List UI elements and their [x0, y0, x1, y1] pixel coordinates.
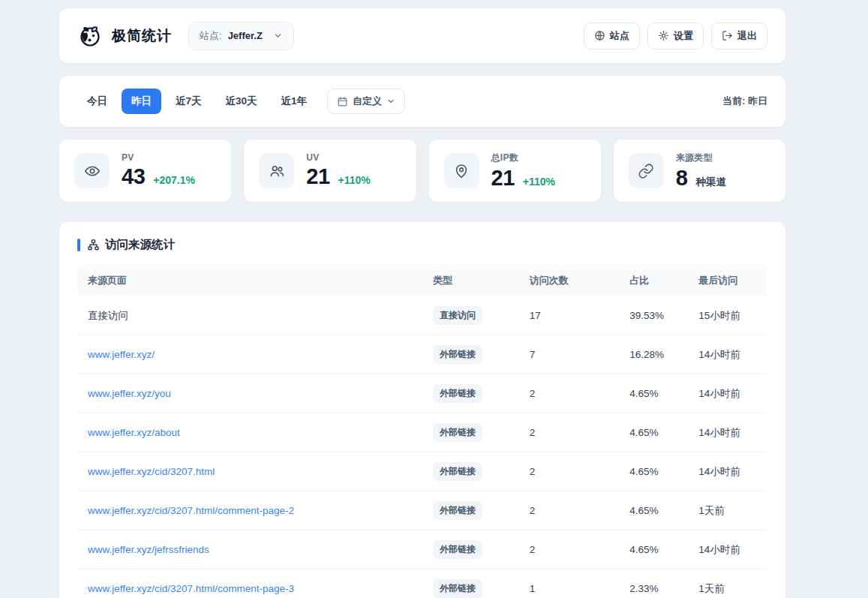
- page: 极简统计 站点: Jeffer.Z 站点 设置 退出 今日 昨日 近7天 近30: [59, 8, 786, 598]
- tab-last7days[interactable]: 近7天: [166, 89, 212, 114]
- dog-logo-icon: [77, 23, 103, 49]
- custom-range-label: 自定义: [353, 95, 382, 108]
- site-selector-value: Jeffer.Z: [228, 30, 263, 41]
- visit-sources-table: 来源页面 类型 访问次数 占比 最后访问 直接访问 直接访问 17 39.53%…: [77, 265, 767, 598]
- table-body: 直接访问 直接访问 17 39.53% 15小时前 www.jeffer.xyz…: [77, 296, 767, 598]
- col-header-share: 占比: [619, 265, 688, 296]
- last-visit-time: 14小时前: [688, 413, 767, 452]
- site-selector-label: 站点:: [200, 29, 222, 43]
- tab-last30days[interactable]: 近30天: [216, 89, 267, 114]
- last-visit-time: 14小时前: [688, 530, 767, 569]
- tab-last1year[interactable]: 近1年: [272, 89, 317, 114]
- source-page-link[interactable]: www.jeffer.xyz/cid/3207.html/comment-pag…: [88, 583, 294, 594]
- type-badge: 外部链接: [433, 579, 482, 598]
- share-percent: 16.28%: [619, 335, 688, 374]
- source-page-link[interactable]: www.jeffer.xyz/cid/3207.html: [88, 466, 215, 477]
- table-row: www.jeffer.xyz/about 外部链接 2 4.65% 14小时前: [77, 413, 767, 452]
- stat-value: 8: [676, 166, 688, 191]
- stat-card-uv: UV 21 +110%: [243, 139, 416, 203]
- settings-button-label: 设置: [674, 29, 693, 43]
- visits-count: 2: [519, 413, 619, 452]
- share-percent: 4.65%: [619, 491, 688, 530]
- last-visit-time: 14小时前: [688, 374, 767, 413]
- table-row: www.jeffer.xyz/ 外部链接 7 16.28% 14小时前: [77, 335, 767, 374]
- share-percent: 4.65%: [619, 530, 688, 569]
- table-row: www.jeffer.xyz/cid/3207.html 外部链接 2 4.65…: [77, 452, 767, 491]
- visits-count: 2: [519, 374, 619, 413]
- type-badge: 外部链接: [433, 345, 482, 364]
- date-filter-bar: 今日 昨日 近7天 近30天 近1年 自定义 当前: 昨日: [59, 75, 786, 128]
- source-page-link[interactable]: www.jeffer.xyz/: [88, 349, 155, 360]
- stat-delta: +110%: [338, 174, 371, 186]
- last-visit-time: 14小时前: [688, 335, 767, 374]
- section-title-text: 访问来源统计: [105, 237, 175, 253]
- visits-count: 7: [519, 335, 619, 374]
- stat-value: 21: [306, 164, 329, 189]
- stat-value: 21: [491, 166, 515, 191]
- visit-sources-panel: 访问来源统计 来源页面 类型 访问次数 占比 最后访问 直接访问 直接访问 17: [59, 221, 786, 598]
- tab-today[interactable]: 今日: [77, 89, 117, 114]
- tab-yesterday[interactable]: 昨日: [122, 89, 161, 114]
- visits-count: 2: [519, 491, 619, 530]
- section-title: 访问来源统计: [77, 237, 767, 253]
- stat-label: UV: [306, 152, 370, 163]
- table-row: 直接访问 直接访问 17 39.53% 15小时前: [77, 296, 767, 335]
- users-icon: [259, 153, 294, 188]
- source-page-link[interactable]: www.jeffer.xyz/you: [88, 388, 171, 399]
- stat-label: PV: [122, 152, 195, 163]
- stat-delta: 种渠道: [695, 176, 726, 189]
- eye-icon: [74, 153, 110, 188]
- sitemap-icon: [88, 239, 99, 251]
- stat-card-pv: PV 43 +207.1%: [59, 139, 232, 203]
- stat-card-ip: 总IP数 21 +110%: [428, 139, 602, 203]
- settings-button[interactable]: 设置: [647, 23, 704, 50]
- last-visit-time: 1天前: [688, 569, 767, 598]
- last-visit-time: 15小时前: [688, 296, 767, 335]
- app-title: 极简统计: [112, 26, 172, 46]
- site-selector[interactable]: 站点: Jeffer.Z: [188, 22, 294, 50]
- type-badge: 外部链接: [433, 384, 482, 403]
- type-badge: 外部链接: [433, 462, 482, 481]
- app-header: 极简统计 站点: Jeffer.Z 站点 设置 退出: [59, 8, 786, 64]
- sites-button-label: 站点: [610, 29, 629, 43]
- current-range-text: 当前: 昨日: [722, 95, 767, 108]
- chevron-down-icon: [386, 97, 395, 106]
- col-header-last: 最后访问: [688, 265, 767, 296]
- share-percent: 4.65%: [619, 374, 688, 413]
- stat-label: 总IP数: [491, 152, 555, 164]
- chevron-down-icon: [273, 31, 283, 41]
- type-badge: 外部链接: [433, 423, 482, 442]
- visits-count: 1: [519, 569, 619, 598]
- calendar-icon: [337, 96, 348, 107]
- share-percent: 2.33%: [619, 569, 688, 598]
- last-visit-time: 1天前: [688, 491, 767, 530]
- table-row: www.jeffer.xyz/jefrssfriends 外部链接 2 4.65…: [77, 530, 767, 569]
- sites-button[interactable]: 站点: [584, 23, 640, 50]
- stat-delta: +207.1%: [153, 174, 195, 186]
- globe-icon: [594, 30, 605, 41]
- source-page-link[interactable]: www.jeffer.xyz/cid/3207.html/comment-pag…: [88, 505, 294, 516]
- custom-range-button[interactable]: 自定义: [327, 89, 405, 114]
- col-header-type: 类型: [422, 265, 519, 296]
- pin-icon: [444, 153, 479, 188]
- logout-icon: [722, 30, 733, 41]
- table-row: www.jeffer.xyz/cid/3207.html/comment-pag…: [77, 569, 767, 598]
- col-header-visits: 访问次数: [519, 265, 619, 296]
- stat-label: 来源类型: [676, 152, 726, 164]
- stat-value: 43: [122, 164, 145, 189]
- type-badge: 直接访问: [433, 306, 482, 325]
- logout-button[interactable]: 退出: [711, 23, 767, 50]
- logout-button-label: 退出: [737, 29, 757, 43]
- table-row: www.jeffer.xyz/you 外部链接 2 4.65% 14小时前: [77, 374, 767, 413]
- source-page-link: 直接访问: [88, 310, 128, 321]
- header-actions: 站点 设置 退出: [584, 23, 767, 50]
- visits-count: 2: [519, 452, 619, 491]
- source-page-link[interactable]: www.jeffer.xyz/about: [88, 427, 180, 438]
- share-percent: 4.65%: [619, 452, 688, 491]
- stats-row: PV 43 +207.1% UV 21 +110%: [59, 139, 786, 203]
- gear-icon: [658, 30, 669, 41]
- type-badge: 外部链接: [433, 540, 482, 559]
- source-page-link[interactable]: www.jeffer.xyz/jefrssfriends: [88, 544, 209, 555]
- visits-count: 2: [519, 530, 619, 569]
- table-header-row: 来源页面 类型 访问次数 占比 最后访问: [77, 265, 767, 296]
